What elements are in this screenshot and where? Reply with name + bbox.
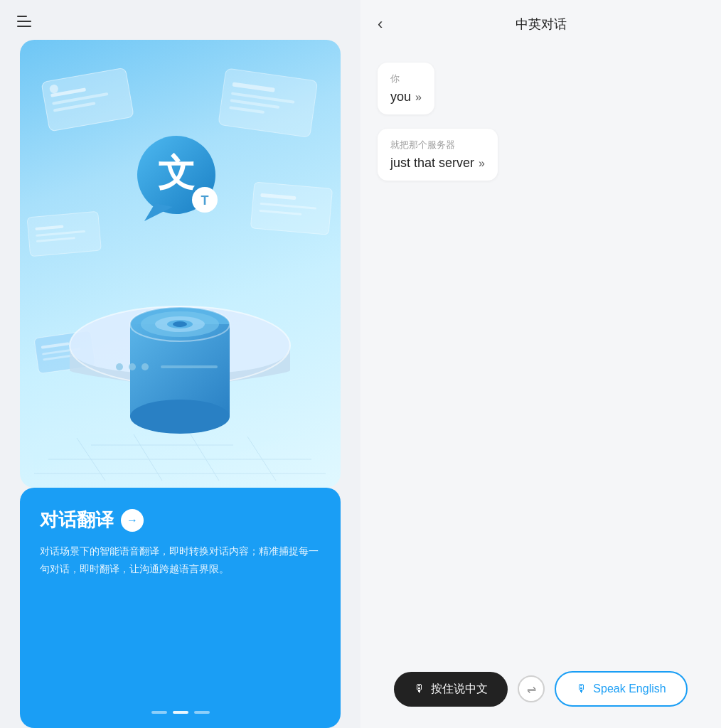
speak-english-button[interactable]: 🎙 Speak English	[555, 671, 687, 707]
bottom-controls: 🎙 按住说中文 ⇌ 🎙 Speak English	[360, 660, 721, 728]
chat-bubble-2: 就把那个服务器 just that server »	[378, 129, 498, 181]
bubble-2-label: 就把那个服务器	[390, 139, 485, 151]
info-title: 对话翻译 →	[40, 508, 321, 532]
speak-chinese-button[interactable]: 🎙 按住说中文	[394, 672, 508, 707]
bubble-2-text: just that server »	[390, 156, 485, 171]
svg-point-26	[130, 400, 230, 434]
speak-english-label: Speak English	[593, 682, 666, 695]
speak-chinese-label: 按住说中文	[431, 682, 488, 697]
dot-1	[151, 711, 167, 714]
bubble-2-sound-icon[interactable]: »	[479, 157, 485, 170]
svg-text:文: 文	[158, 152, 195, 193]
swap-button[interactable]: ⇌	[518, 675, 545, 702]
svg-point-33	[129, 363, 136, 370]
page-dots	[151, 711, 210, 714]
svg-point-32	[116, 363, 123, 370]
svg-line-46	[247, 437, 276, 481]
chat-area: 你 you » 就把那个服务器 just that server »	[360, 48, 721, 660]
dot-3	[194, 711, 210, 714]
info-card: 对话翻译 → 对话场景下的智能语音翻译，即时转换对话内容；精准捕捉每一句对话，即…	[20, 488, 341, 728]
svg-rect-14	[250, 182, 332, 235]
right-panel: ‹ 中英对话 你 you » 就把那个服务器 just that server …	[360, 0, 721, 728]
header-title: 中英对话	[516, 16, 567, 33]
bubble-1-sound-icon[interactable]: »	[415, 91, 422, 104]
bubble-2-content: just that server	[390, 156, 474, 171]
info-description: 对话场景下的智能语音翻译，即时转换对话内容；精准捕捉每一句对话，即时翻译，让沟通…	[40, 542, 321, 578]
svg-point-31	[173, 321, 187, 327]
bubble-1-label: 你	[390, 73, 422, 85]
svg-point-34	[141, 363, 149, 370]
illustration-svg: 文 T	[20, 40, 341, 488]
back-button[interactable]: ‹	[378, 16, 383, 32]
bubble-1-content: you	[390, 90, 411, 105]
svg-text:T: T	[201, 193, 209, 208]
info-title-text: 对话翻译	[40, 508, 114, 532]
hamburger-menu[interactable]	[17, 16, 31, 27]
dot-2	[173, 711, 188, 714]
illustration-card: 文 T	[20, 40, 341, 488]
svg-rect-35	[161, 365, 218, 368]
svg-rect-5	[218, 68, 318, 137]
mic-english-icon: 🎙	[576, 682, 587, 695]
mic-chinese-icon: 🎙	[414, 682, 425, 695]
info-arrow[interactable]: →	[121, 509, 144, 532]
swap-icon: ⇌	[527, 682, 536, 696]
left-panel: 文 T 对话翻译 → 对话场景下的智能语音翻译，即时转换对话内容	[0, 0, 360, 728]
chat-bubble-1: 你 you »	[378, 63, 434, 114]
right-header: ‹ 中英对话	[360, 0, 721, 48]
bubble-1-text: you »	[390, 90, 422, 105]
svg-rect-0	[41, 68, 134, 132]
